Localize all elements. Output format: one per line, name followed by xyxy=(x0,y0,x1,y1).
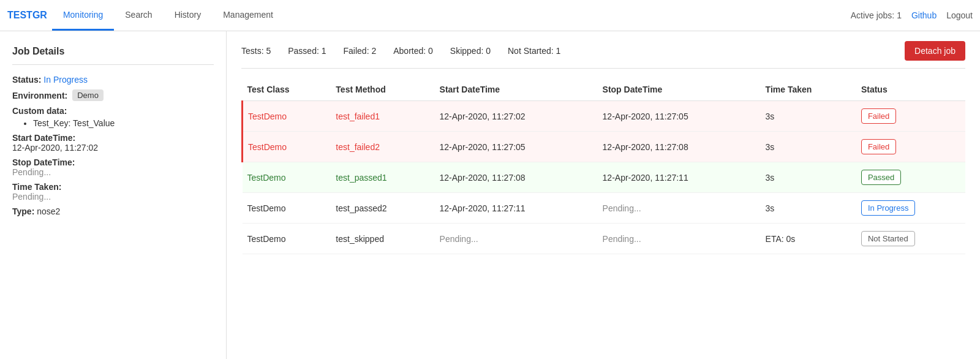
cell-stop-datetime: Pending... xyxy=(598,193,761,224)
cell-test-class[interactable]: TestDemo xyxy=(243,193,331,224)
nav-tabs: Monitoring Search History Management xyxy=(52,0,284,31)
col-stop-datetime: Stop DateTime xyxy=(598,78,761,101)
time-taken-label: Time Taken: xyxy=(12,182,214,192)
summary-not-started: Not Started: 1 xyxy=(508,46,560,56)
cell-time-taken: 3s xyxy=(761,193,856,224)
summary-aborted: Aborted: 0 xyxy=(393,46,433,56)
navbar: TESTGR Monitoring Search History Managem… xyxy=(0,0,980,31)
custom-data-label: Custom data: xyxy=(12,106,67,116)
cell-time-taken: ETA: 0s xyxy=(761,224,856,254)
summary-passed: Passed: 1 xyxy=(288,46,326,56)
summary-bar: Tests: 5 Passed: 1 Failed: 2 Aborted: 0 … xyxy=(241,41,965,69)
nav-tab-search[interactable]: Search xyxy=(114,0,163,31)
nav-right: Active jobs: 1 Github Logout xyxy=(851,10,973,20)
cell-status: In Progress xyxy=(856,193,965,224)
custom-data-item: Test_Key: Test_Value xyxy=(33,118,214,128)
cell-start-datetime: 12-Apr-2020, 11:27:11 xyxy=(435,193,598,224)
sidebar-stop-datetime-row: Stop DateTime: Pending... xyxy=(12,157,214,177)
sidebar-custom-data-row: Custom data: Test_Key: Test_Value xyxy=(12,106,214,128)
cell-time-taken: 3s xyxy=(761,101,856,132)
type-value: nose2 xyxy=(37,206,60,216)
cell-test-method[interactable]: test_failed1 xyxy=(331,101,434,132)
cell-status: Failed xyxy=(856,132,965,162)
cell-start-datetime: 12-Apr-2020, 11:27:08 xyxy=(435,162,598,193)
cell-test-method[interactable]: test_passed2 xyxy=(331,193,434,224)
time-taken-value: Pending... xyxy=(12,192,214,202)
cell-test-method[interactable]: test_failed2 xyxy=(331,132,434,162)
sidebar-title: Job Details xyxy=(12,46,214,65)
start-datetime-value: 12-Apr-2020, 11:27:02 xyxy=(12,143,214,153)
summary-tests: Tests: 5 xyxy=(241,46,271,56)
nav-tab-history[interactable]: History xyxy=(164,0,213,31)
sidebar-environment-row: Environment: Demo xyxy=(12,89,214,101)
table-row: TestDemo test_passed2 12-Apr-2020, 11:27… xyxy=(243,193,966,224)
active-jobs-label: Active jobs: 1 xyxy=(851,10,902,20)
col-start-datetime: Start DateTime xyxy=(435,78,598,101)
github-link[interactable]: Github xyxy=(911,10,937,20)
environment-label: Environment: xyxy=(12,91,67,100)
status-label: Status: xyxy=(12,75,41,85)
summary-failed: Failed: 2 xyxy=(344,46,377,56)
col-test-method: Test Method xyxy=(331,78,434,101)
cell-test-class[interactable]: TestDemo xyxy=(243,162,331,193)
detach-job-button[interactable]: Detach job xyxy=(905,41,965,61)
cell-status: Not Started xyxy=(856,224,965,254)
logout-button[interactable]: Logout xyxy=(946,10,973,20)
sidebar-start-datetime-row: Start DateTime: 12-Apr-2020, 11:27:02 xyxy=(12,133,214,153)
cell-test-method[interactable]: test_skipped xyxy=(331,224,434,254)
main-layout: Job Details Status: In Progress Environm… xyxy=(0,31,980,359)
table-row: TestDemo test_failed2 12-Apr-2020, 11:27… xyxy=(243,132,966,162)
sidebar-time-taken-row: Time Taken: Pending... xyxy=(12,182,214,202)
start-datetime-label: Start DateTime: xyxy=(12,133,214,143)
cell-test-class[interactable]: TestDemo xyxy=(243,224,331,254)
table-header: Test Class Test Method Start DateTime St… xyxy=(243,78,966,101)
nav-tab-monitoring[interactable]: Monitoring xyxy=(52,0,114,31)
table-row: TestDemo test_skipped Pending... Pending… xyxy=(243,224,966,254)
summary-skipped: Skipped: 0 xyxy=(450,46,491,56)
col-status: Status xyxy=(856,78,965,101)
cell-test-class[interactable]: TestDemo xyxy=(243,101,331,132)
cell-stop-datetime: 12-Apr-2020, 11:27:11 xyxy=(598,162,761,193)
cell-test-class[interactable]: TestDemo xyxy=(243,132,331,162)
content-area: Tests: 5 Passed: 1 Failed: 2 Aborted: 0 … xyxy=(227,31,980,359)
cell-start-datetime: Pending... xyxy=(435,224,598,254)
col-time-taken: Time Taken xyxy=(761,78,856,101)
table-body: TestDemo test_failed1 12-Apr-2020, 11:27… xyxy=(243,101,966,254)
cell-status: Passed xyxy=(856,162,965,193)
cell-time-taken: 3s xyxy=(761,132,856,162)
table-row: TestDemo test_failed1 12-Apr-2020, 11:27… xyxy=(243,101,966,132)
table-row: TestDemo test_passed1 12-Apr-2020, 11:27… xyxy=(243,162,966,193)
cell-test-method[interactable]: test_passed1 xyxy=(331,162,434,193)
cell-stop-datetime: Pending... xyxy=(598,224,761,254)
status-value: In Progress xyxy=(43,75,88,85)
stop-datetime-label: Stop DateTime: xyxy=(12,157,214,167)
cell-start-datetime: 12-Apr-2020, 11:27:02 xyxy=(435,101,598,132)
col-test-class: Test Class xyxy=(243,78,331,101)
sidebar-status-row: Status: In Progress xyxy=(12,75,214,85)
cell-status: Failed xyxy=(856,101,965,132)
cell-time-taken: 3s xyxy=(761,162,856,193)
test-table: Test Class Test Method Start DateTime St… xyxy=(241,78,965,254)
cell-start-datetime: 12-Apr-2020, 11:27:05 xyxy=(435,132,598,162)
stop-datetime-value: Pending... xyxy=(12,167,214,177)
sidebar: Job Details Status: In Progress Environm… xyxy=(0,31,227,359)
nav-tab-management[interactable]: Management xyxy=(212,0,284,31)
cell-stop-datetime: 12-Apr-2020, 11:27:08 xyxy=(598,132,761,162)
type-label: Type: xyxy=(12,206,34,216)
brand-logo[interactable]: TESTGR xyxy=(7,10,47,21)
sidebar-type-row: Type: nose2 xyxy=(12,206,214,216)
environment-badge: Demo xyxy=(72,89,104,101)
cell-stop-datetime: 12-Apr-2020, 11:27:05 xyxy=(598,101,761,132)
